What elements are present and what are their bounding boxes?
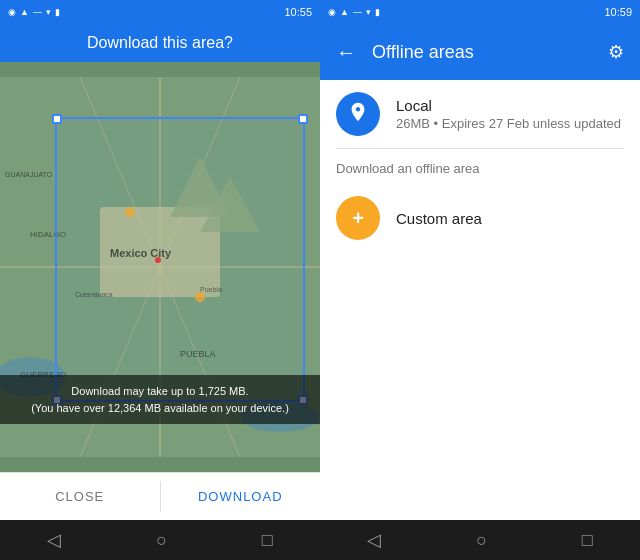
- local-item[interactable]: Local 26MB • Expires 27 Feb unless updat…: [320, 80, 640, 148]
- r-back-nav-icon[interactable]: ◁: [367, 529, 381, 551]
- minus-icon: —: [33, 7, 42, 17]
- r-recents-nav-icon[interactable]: □: [582, 530, 593, 551]
- battery-icon: ▮: [55, 7, 60, 17]
- download-info-line2: (You have over 12,364 MB available on yo…: [12, 400, 308, 417]
- download-button[interactable]: DOWNLOAD: [161, 473, 321, 520]
- status-bar-left: ◉ ▲ — ▾ ▮ 10:55: [0, 0, 320, 24]
- back-button[interactable]: ←: [336, 41, 356, 64]
- close-button[interactable]: CLOSE: [0, 473, 160, 520]
- custom-area-item[interactable]: + Custom area: [320, 184, 640, 252]
- map-background: Mexico City HIDALGO GUERRERO PUEBLA GUAN…: [0, 62, 320, 472]
- right-panel: ◉ ▲ — ▾ ▮ 10:59 ← Offline areas ⚙ Local: [320, 0, 640, 560]
- content-area: Local 26MB • Expires 27 Feb unless updat…: [320, 80, 640, 520]
- plus-icon: +: [352, 207, 364, 230]
- right-status-icons: ◉ ▲ — ▾ ▮: [328, 7, 380, 17]
- signal-icon: ▲: [20, 7, 29, 17]
- r-signal-icon: ▲: [340, 7, 349, 17]
- selection-box[interactable]: [55, 117, 305, 402]
- corner-tl[interactable]: [52, 114, 62, 124]
- local-text: Local 26MB • Expires 27 Feb unless updat…: [396, 97, 621, 131]
- section-header: Download an offline area: [320, 149, 640, 184]
- app-bar: ← Offline areas ⚙: [320, 24, 640, 80]
- recents-nav-icon[interactable]: □: [262, 530, 273, 551]
- r-minus-icon: —: [353, 7, 362, 17]
- r-home-nav-icon[interactable]: ○: [476, 530, 487, 551]
- download-info: Download may take up to 1,725 MB. (You h…: [0, 375, 320, 424]
- local-name: Local: [396, 97, 621, 114]
- local-icon: [336, 92, 380, 136]
- left-time: 10:55: [284, 6, 312, 18]
- download-info-line1: Download may take up to 1,725 MB.: [12, 383, 308, 400]
- settings-icon[interactable]: ⚙: [608, 41, 624, 63]
- r-location-icon: ◉: [328, 7, 336, 17]
- custom-icon: +: [336, 196, 380, 240]
- r-battery-icon: ▮: [375, 7, 380, 17]
- nav-bar-right: ◁ ○ □: [320, 520, 640, 560]
- bottom-bar-left: CLOSE DOWNLOAD: [0, 472, 320, 520]
- corner-tr[interactable]: [298, 114, 308, 124]
- local-subtitle: 26MB • Expires 27 Feb unless updated: [396, 116, 621, 131]
- map-title: Download this area?: [16, 34, 304, 52]
- nav-bar-left: ◁ ○ □: [0, 520, 320, 560]
- r-wifi-icon: ▾: [366, 7, 371, 17]
- home-nav-icon[interactable]: ○: [156, 530, 167, 551]
- wifi-icon: ▾: [46, 7, 51, 17]
- left-status-icons: ◉ ▲ — ▾ ▮: [8, 7, 60, 17]
- map-area[interactable]: Mexico City HIDALGO GUERRERO PUEBLA GUAN…: [0, 62, 320, 472]
- right-time: 10:59: [604, 6, 632, 18]
- custom-area-label: Custom area: [396, 210, 482, 227]
- location-icon: ◉: [8, 7, 16, 17]
- map-header: Download this area?: [0, 24, 320, 62]
- svg-text:GUANAJUATO: GUANAJUATO: [5, 171, 53, 178]
- app-bar-title: Offline areas: [372, 42, 592, 63]
- back-nav-icon[interactable]: ◁: [47, 529, 61, 551]
- left-panel: ◉ ▲ — ▾ ▮ 10:55 Download this area?: [0, 0, 320, 560]
- status-bar-right: ◉ ▲ — ▾ ▮ 10:59: [320, 0, 640, 24]
- map-pin-icon: [347, 101, 369, 128]
